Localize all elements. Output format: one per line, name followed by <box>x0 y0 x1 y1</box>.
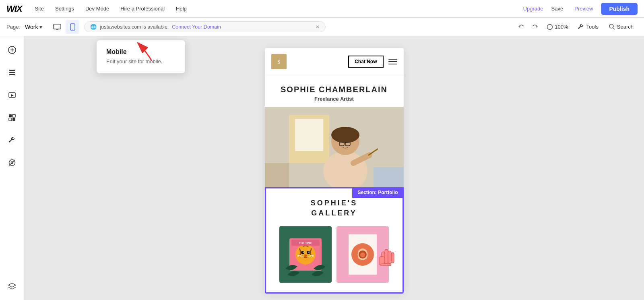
svg-marker-23 <box>8 283 16 287</box>
section-label: Section: Portfolio <box>352 187 404 198</box>
svg-rect-16 <box>9 114 12 117</box>
tools-button[interactable]: Tools <box>574 22 602 32</box>
svg-rect-29 <box>295 119 323 151</box>
hamburger-line-2 <box>388 61 397 62</box>
portfolio-section: SOPHIE'SGALLERY <box>265 187 404 294</box>
sidebar-add-button[interactable] <box>5 43 19 57</box>
nav-devmode[interactable]: Dev Mode <box>80 3 114 14</box>
tooltip-title: Mobile <box>106 48 175 56</box>
svg-point-5 <box>547 24 553 29</box>
mobile-tooltip: Mobile Edit your site for mobile. <box>97 40 185 73</box>
hero-name: SOPHIE CHAMBERLAIN <box>273 85 396 94</box>
hamburger-line-1 <box>388 59 397 60</box>
svg-rect-38 <box>265 163 289 187</box>
site-header-right: Chat Now <box>348 56 397 68</box>
hero-illustration <box>265 107 404 187</box>
sidebar-hidden-button[interactable] <box>5 155 19 170</box>
svg-point-47 <box>304 254 307 257</box>
svg-text:THE TIME: THE TIME <box>299 242 312 244</box>
nav-settings[interactable]: Settings <box>50 3 79 14</box>
page-label: Page: <box>6 24 20 30</box>
svg-point-4 <box>72 29 73 29</box>
zoom-display[interactable]: 100% <box>543 22 571 32</box>
secondbar: Page: Work ▾ 🌐 justawebsites.com is avai… <box>0 18 644 36</box>
svg-rect-60 <box>388 251 391 264</box>
gallery-item-1[interactable]: THE TIME <box>279 226 332 283</box>
svg-point-46 <box>308 252 310 253</box>
search-button[interactable]: Search <box>605 22 638 32</box>
hero-image <box>265 107 404 187</box>
svg-rect-12 <box>9 72 15 73</box>
svg-point-45 <box>303 252 304 253</box>
nav-help[interactable]: Help <box>171 3 192 14</box>
svg-rect-11 <box>9 70 15 71</box>
tiger-artwork: THE TIME <box>283 228 328 281</box>
svg-rect-39 <box>374 167 404 187</box>
view-icons <box>50 20 79 34</box>
mobile-preview: S Chat Now SOPHIE CHAMBERLAIN Freelance … <box>265 48 404 294</box>
svg-marker-15 <box>11 94 14 97</box>
svg-rect-59 <box>385 249 388 264</box>
svg-rect-13 <box>9 74 15 75</box>
secondbar-right: 100% Tools Search <box>515 21 638 33</box>
gallery-thumb-green: THE TIME <box>279 226 332 283</box>
svg-text:S: S <box>277 59 280 65</box>
globe-icon: 🌐 <box>90 24 97 30</box>
page-name: Work <box>25 24 38 30</box>
save-button[interactable]: Save <box>548 3 567 14</box>
svg-point-6 <box>609 24 613 28</box>
svg-rect-19 <box>9 118 12 121</box>
hero-section: SOPHIE CHAMBERLAIN Freelance Artist <box>265 75 404 102</box>
search-label: Search <box>617 24 634 30</box>
svg-rect-17 <box>12 118 15 121</box>
sidebar-media-button[interactable] <box>5 88 19 102</box>
sidebar-layers-button[interactable] <box>5 279 19 294</box>
undo-button[interactable] <box>515 21 527 33</box>
sidebar-bottom <box>5 279 19 294</box>
mobile-view-button[interactable] <box>66 20 79 34</box>
sidebar-tools-button[interactable] <box>5 133 19 147</box>
wix-logo: WIX <box>6 4 22 14</box>
main-area: Mobile Edit your site for mobile. S <box>0 36 644 300</box>
svg-rect-61 <box>391 252 394 263</box>
svg-rect-63 <box>381 264 391 266</box>
domain-text: justawebsites.com is available. <box>100 24 169 30</box>
canvas-area: Mobile Edit your site for mobile. S <box>24 36 644 300</box>
site-header: S Chat Now <box>265 48 404 75</box>
upgrade-button[interactable]: Upgrade <box>523 6 543 12</box>
redo-button[interactable] <box>529 21 541 33</box>
portfolio-container: Section: Portfolio SOPHIE'SGALLERY <box>265 187 404 294</box>
chevron-down-icon: ▾ <box>39 24 42 30</box>
sidebar-pages-button[interactable] <box>5 65 19 80</box>
portfolio-title: SOPHIE'SGALLERY <box>272 198 396 218</box>
cursor-hand-icon <box>378 244 396 269</box>
page-selector[interactable]: Work ▾ <box>25 24 42 30</box>
tooltip-description: Edit your site for mobile. <box>106 58 175 65</box>
svg-point-43 <box>301 251 304 254</box>
chat-now-button[interactable]: Chat Now <box>348 56 383 68</box>
portfolio-title-text: SOPHIE'SGALLERY <box>311 199 357 217</box>
sidebar-design-button[interactable] <box>5 110 19 125</box>
zoom-level: 100% <box>555 24 568 30</box>
topbar-nav: Site Settings Dev Mode Hire a Profession… <box>30 3 192 14</box>
publish-button[interactable]: Publish <box>601 3 638 15</box>
left-sidebar <box>0 36 24 300</box>
hamburger-line-3 <box>388 64 397 64</box>
svg-rect-18 <box>12 114 15 117</box>
svg-rect-0 <box>54 24 61 29</box>
desktop-view-button[interactable] <box>50 20 64 34</box>
tools-label: Tools <box>586 24 598 30</box>
preview-button[interactable]: Preview <box>571 3 596 14</box>
svg-point-32 <box>331 127 359 143</box>
nav-site[interactable]: Site <box>30 3 49 14</box>
hamburger-menu-button[interactable] <box>388 59 397 64</box>
nav-hire[interactable]: Hire a Professional <box>116 3 169 14</box>
connect-domain-link[interactable]: Connect Your Domain <box>172 24 221 30</box>
topbar: WIX Site Settings Dev Mode Hire a Profes… <box>0 0 644 18</box>
topbar-right: Upgrade Save Preview Publish <box>523 3 638 15</box>
svg-line-7 <box>613 28 615 29</box>
domain-bar: 🌐 justawebsites.com is available. Connec… <box>84 21 326 32</box>
close-domain-bar-button[interactable]: ✕ <box>316 24 320 30</box>
site-logo: S <box>271 54 287 69</box>
hero-subtitle: Freelance Artist <box>273 96 396 102</box>
